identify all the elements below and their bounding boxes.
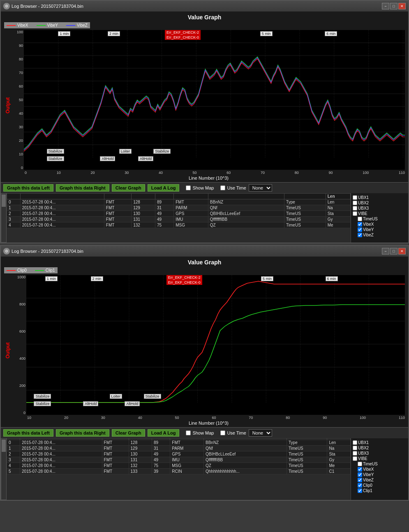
minimize-btn-2[interactable]: −	[382, 248, 389, 254]
graph-left-btn-2[interactable]: Graph this data Left	[3, 429, 53, 437]
cell-type: FMT	[102, 469, 129, 474]
tree-label-timeus-1: TimeUS	[363, 217, 378, 221]
clear-graph-btn-2[interactable]: Clear Graph	[112, 429, 145, 437]
tree-check-vibez-2[interactable]	[358, 478, 362, 482]
data-table-1: Len 0 2015-07-28 00:4... FMT 128 89 FMT …	[7, 193, 351, 228]
cell-c4: 75	[155, 222, 174, 228]
tree-check-ubx2-1[interactable]	[353, 201, 357, 205]
tree-item-clip0-2[interactable]: Clip0	[358, 483, 407, 488]
maximize-btn-2[interactable]: □	[390, 248, 397, 254]
tree-item-vibex-2[interactable]: VibeX	[358, 467, 407, 472]
cell-idx: 0	[7, 199, 21, 205]
tree-check-ubx3-1[interactable]	[353, 206, 357, 210]
cell-time: 2015-07-28 00:4...	[20, 463, 102, 469]
cell-type: FMT	[102, 463, 129, 469]
tree-item-vibey-2[interactable]: VibeY	[358, 472, 407, 477]
cell-c3: 130	[129, 451, 152, 457]
graph-left-btn-1[interactable]: Graph this data Left	[3, 184, 53, 192]
tree-check-timeus-1[interactable]	[358, 217, 362, 221]
table-row[interactable]: 2 2015-07-28 00:4... FMT 130 49 GPS QBIH…	[7, 451, 351, 457]
mode-stabilize-1: Stabilize	[47, 148, 64, 153]
close-btn-1[interactable]: ✕	[398, 3, 406, 9]
tree-item-vibex-1[interactable]: VibeX	[358, 222, 407, 227]
table-row[interactable]: 2 2015-07-28 00:4... FMT 130 49 GPS QBIH…	[7, 211, 351, 217]
tree-check-vibe-1[interactable]	[353, 211, 357, 216]
cell-type: FMT	[102, 457, 129, 463]
table-row[interactable]: 0 2015-07-28 00:4... FMT 128 89 FMT BBnN…	[7, 440, 351, 446]
tree-check-ubx2-2[interactable]	[353, 446, 357, 450]
tree-check-vibez-1[interactable]	[358, 233, 362, 237]
use-time-checkbox-2[interactable]	[220, 430, 225, 435]
mode-stabilize-2a: Stabilize	[34, 393, 51, 398]
scrollbar-v-1[interactable]	[1, 193, 7, 243]
tree-check-vibex-1[interactable]	[358, 222, 362, 227]
chart-area-1: 0 10 20 30 40 50 60 70 80 90 100	[12, 30, 405, 180]
table-row[interactable]: 1 2015-07-28 00:4... FMT 129 31 PARM QNf…	[7, 205, 351, 211]
close-btn-2[interactable]: ✕	[398, 248, 406, 254]
tree-item-vibe-1[interactable]: VIBE	[353, 211, 407, 216]
legend-line-vibex	[7, 25, 16, 26]
scrollbar-v-2[interactable]	[1, 438, 7, 500]
tree-check-timeus-2[interactable]	[358, 462, 362, 466]
show-map-checkbox-2[interactable]	[186, 430, 191, 435]
table-row[interactable]: 1 2015-07-28 00:4... FMT 129 31 PARM QNf…	[7, 446, 351, 451]
scroll-thumb-1[interactable]	[2, 194, 6, 207]
table-row[interactable]: 0 2015-07-28 00:4... FMT 128 89 FMT BBnN…	[7, 199, 351, 205]
data-table-container-2: 0 2015-07-28 00:4... FMT 128 89 FMT BBnN…	[7, 438, 351, 500]
cell-c8: Me	[327, 463, 351, 469]
cell-time: 2015-07-28 00:4...	[20, 451, 102, 457]
none-dropdown-1[interactable]: None	[249, 184, 272, 192]
cell-c4: 49	[152, 457, 170, 463]
tree-item-ubx2-2[interactable]: UBX2	[353, 445, 407, 451]
cell-c7: TimeUS	[287, 469, 327, 474]
tree-item-vibez-1[interactable]: VibeZ	[358, 232, 407, 238]
tree-item-timeus-2[interactable]: TimeUS	[358, 461, 407, 467]
clear-graph-btn-1[interactable]: Clear Graph	[112, 184, 145, 192]
cell-c4: 39	[152, 469, 170, 474]
tree-check-ubx3-2[interactable]	[353, 451, 357, 456]
minimize-btn-1[interactable]: −	[382, 3, 389, 9]
tree-item-ubx3-1[interactable]: UBX3	[353, 206, 407, 211]
use-time-checkbox-1[interactable]	[220, 185, 225, 190]
tree-item-timeus-1[interactable]: TimeUS	[358, 216, 407, 222]
cell-c5: MSG	[170, 463, 204, 469]
tree-label-ubx2-2: UBX2	[358, 446, 369, 450]
table-row[interactable]: 3 2015-07-28 00:4... FMT 131 49 IMU Qfff…	[7, 457, 351, 463]
y-axis-label-1: Output	[4, 30, 12, 180]
scroll-thumb-2[interactable]	[2, 439, 6, 452]
tree-item-ubx1-1[interactable]: UBX1	[353, 195, 407, 200]
tree-item-clip1-2[interactable]: Clip1	[358, 488, 407, 493]
tree-item-ubx3-2[interactable]: UBX3	[353, 451, 407, 456]
graph-right-btn-1[interactable]: Graph this data Right	[56, 184, 109, 192]
graph-right-btn-2[interactable]: Graph this data Right	[56, 429, 109, 437]
tree-check-ubx1-2[interactable]	[353, 440, 357, 445]
tree-item-ubx1-2[interactable]: UBX1	[353, 440, 407, 445]
load-log-btn-2[interactable]: Load A Log	[148, 429, 180, 437]
none-dropdown-2[interactable]: None	[249, 429, 272, 437]
show-map-checkbox-1[interactable]	[186, 185, 191, 190]
svg-chart-2: Err_EKF_CHECK-2 Err_EKF_CHECK-0 1 min 2 …	[26, 275, 405, 415]
chart-wrapper-2: Output 0 200 400 600 800 1000	[4, 275, 405, 426]
table-row[interactable]: 4 2015-07-28 00:4... FMT 132 75 MSG QZ T…	[7, 222, 351, 228]
tree-check-clip0-2[interactable]	[358, 483, 362, 488]
tree-check-vibey-2[interactable]	[358, 472, 362, 477]
table-row[interactable]: 3 2015-07-28 00:4... FMT 131 49 IMU Qfff…	[7, 217, 351, 222]
tree-check-clip1-2[interactable]	[358, 488, 362, 493]
tree-item-vibey-1[interactable]: VibeY	[358, 227, 407, 232]
cell-c7: TimeUS	[287, 446, 327, 451]
cell-c6: QfffffffIBB	[208, 217, 284, 222]
tree-item-vibe-2[interactable]: VIBE	[353, 456, 407, 461]
table-row[interactable]: 5 2015-07-28 00:4... FMT 133 39 RCIN Qhh…	[7, 469, 351, 474]
tree-check-vibey-1[interactable]	[358, 227, 362, 232]
clip0-line	[26, 281, 405, 402]
tree-check-vibex-2[interactable]	[358, 467, 362, 472]
cell-c5: IMU	[170, 457, 204, 463]
tree-item-vibez-2[interactable]: VibeZ	[358, 477, 407, 483]
table-row[interactable]: 4 2015-07-28 00:4... FMT 132 75 MSG QZ T…	[7, 463, 351, 469]
tree-item-ubx2-1[interactable]: UBX2	[353, 200, 407, 206]
tree-check-ubx1-1[interactable]	[353, 195, 357, 200]
maximize-btn-1[interactable]: □	[390, 3, 397, 9]
load-log-btn-1[interactable]: Load A Log	[148, 184, 180, 192]
tree-check-vibe-2[interactable]	[353, 456, 357, 461]
cell-c7: TimeUS	[287, 463, 327, 469]
